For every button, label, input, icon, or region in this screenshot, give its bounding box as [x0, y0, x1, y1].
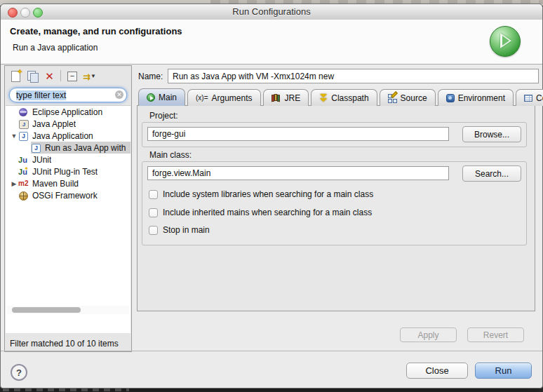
tab-bar: Main (x)= Arguments JRE Classpath Source…	[138, 88, 543, 106]
delete-configuration-icon[interactable]: ✕	[43, 70, 55, 82]
tree-item-java-application[interactable]: ▼ J Java Application	[6, 130, 130, 142]
checkbox-row-system-libraries[interactable]: Include system libraries when searching …	[149, 189, 373, 199]
expander-icon[interactable]: ▼	[10, 133, 18, 140]
tree-item-run-as-java-app[interactable]: J Run as Java App with	[6, 142, 130, 154]
java-application-icon: J	[18, 131, 29, 141]
clear-filter-icon[interactable]: ✕	[115, 90, 123, 99]
tab-classpath[interactable]: Classpath	[311, 89, 377, 106]
filter-input[interactable]: type filter text ✕	[9, 88, 127, 102]
main-class-label: Main class:	[149, 150, 192, 160]
name-input[interactable]	[168, 69, 539, 83]
tab-arguments[interactable]: (x)= Arguments	[187, 89, 261, 106]
filter-configurations-icon[interactable]: ⇉▼	[83, 70, 95, 82]
classpath-tab-icon	[319, 94, 328, 102]
junit-icon: Ju	[18, 155, 29, 165]
main-class-group: Search... Include system libraries when …	[142, 161, 527, 245]
horizontal-scrollbar[interactable]	[7, 306, 129, 314]
stop-in-main-checkbox[interactable]	[149, 226, 158, 235]
header-title: Create, manage, and run configurations	[10, 26, 182, 36]
title-bar[interactable]: Run Configurations	[1, 4, 542, 20]
dialog-header: Create, manage, and run configurations R…	[1, 20, 542, 65]
main-class-input[interactable]	[147, 166, 449, 180]
tree-item-java-applet[interactable]: J Java Applet	[6, 118, 130, 130]
checkbox-row-inherited-mains[interactable]: Include inherited mains when searching f…	[149, 208, 372, 217]
common-tab-icon	[524, 95, 532, 102]
close-button[interactable]: Close	[406, 363, 468, 379]
jre-tab-icon	[272, 94, 281, 102]
configurations-tree: Eclipse Application J Java Applet ▼ J Ja…	[6, 105, 130, 333]
tree-item-maven-build[interactable]: ▶ m2 Maven Build	[6, 177, 130, 189]
run-banner-icon	[490, 26, 521, 57]
screen: Run Configurations Create, manage, and r…	[0, 0, 543, 392]
footer-separator	[1, 351, 542, 351]
tab-jre[interactable]: JRE	[263, 89, 309, 106]
environment-tab-icon	[446, 94, 455, 102]
browse-button[interactable]: Browse...	[462, 126, 521, 142]
project-group: Browse...	[142, 122, 527, 147]
arguments-tab-icon: (x)=	[196, 94, 208, 102]
tree-item-junit-plugin-test[interactable]: Ju✦ JUnit Plug-in Test	[6, 165, 130, 177]
junit-plugin-icon: Ju✦	[18, 167, 29, 177]
configurations-panel: ✦ ✕ − ⇉▼ type filter text ✕ Eclipse Appl…	[4, 65, 132, 352]
main-tab-icon	[147, 93, 155, 102]
selected-row-highlight: J Run as Java App with	[31, 142, 130, 154]
tab-main[interactable]: Main	[138, 88, 185, 106]
filter-status-text: Filter matched 10 of 10 items	[10, 339, 119, 349]
toolbar-separator	[60, 70, 61, 81]
help-button[interactable]: ?	[11, 364, 27, 381]
run-button[interactable]: Run	[475, 363, 532, 379]
checkbox-row-stop-in-main[interactable]: Stop in main	[149, 225, 210, 235]
project-label: Project:	[149, 111, 178, 121]
desktop-background-bottom	[3, 388, 129, 391]
collapse-all-icon[interactable]: −	[66, 70, 78, 82]
new-configuration-icon[interactable]: ✦	[10, 70, 22, 82]
osgi-icon	[18, 191, 29, 201]
apply-button[interactable]: Apply	[400, 327, 457, 342]
eclipse-application-icon	[18, 107, 29, 117]
tab-environment[interactable]: Environment	[438, 89, 514, 106]
run-configurations-dialog: Run Configurations Create, manage, and r…	[0, 4, 543, 388]
java-run-config-icon: J	[31, 143, 41, 153]
search-button[interactable]: Search...	[462, 165, 521, 182]
tree-item-eclipse-application[interactable]: Eclipse Application	[6, 106, 130, 118]
tab-common[interactable]: Common	[516, 89, 543, 106]
include-system-libraries-checkbox[interactable]	[149, 190, 158, 199]
header-subtitle: Run a Java application	[13, 43, 98, 53]
configurations-toolbar: ✦ ✕ − ⇉▼	[5, 66, 131, 86]
source-tab-icon	[388, 94, 397, 102]
project-input[interactable]	[147, 127, 449, 141]
window-title: Run Configurations	[1, 6, 542, 17]
scrollbar-thumb[interactable]	[12, 307, 81, 313]
tree-item-osgi-framework[interactable]: OSGi Framework	[6, 189, 130, 201]
maven-icon: m2	[18, 179, 29, 189]
expander-icon[interactable]: ▶	[10, 180, 18, 187]
name-label: Name:	[138, 72, 163, 81]
java-applet-icon: J	[18, 119, 29, 129]
filter-input-text: type filter text	[16, 90, 66, 100]
main-tab-content: Project: Browse... Main class: Search...…	[137, 105, 535, 311]
tab-source[interactable]: Source	[380, 89, 436, 106]
include-inherited-mains-checkbox[interactable]	[149, 208, 158, 217]
revert-button[interactable]: Revert	[467, 327, 524, 342]
duplicate-configuration-icon[interactable]	[27, 70, 39, 82]
